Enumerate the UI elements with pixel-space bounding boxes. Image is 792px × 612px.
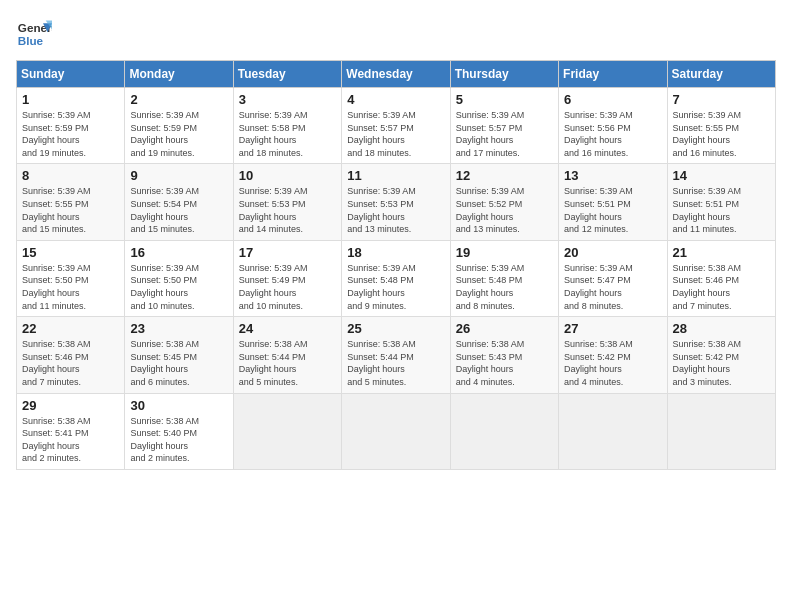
calendar-week-4: 29Sunrise: 5:38 AMSunset: 5:41 PMDayligh… <box>17 393 776 469</box>
calendar-week-0: 1Sunrise: 5:39 AMSunset: 5:59 PMDaylight… <box>17 88 776 164</box>
calendar-day-23: 23Sunrise: 5:38 AMSunset: 5:45 PMDayligh… <box>125 317 233 393</box>
calendar-table: SundayMondayTuesdayWednesdayThursdayFrid… <box>16 60 776 470</box>
calendar-day-5: 5Sunrise: 5:39 AMSunset: 5:57 PMDaylight… <box>450 88 558 164</box>
logo-icon: General Blue <box>16 16 52 52</box>
page-header: General Blue <box>16 16 776 52</box>
calendar-day-3: 3Sunrise: 5:39 AMSunset: 5:58 PMDaylight… <box>233 88 341 164</box>
calendar-header-monday: Monday <box>125 61 233 88</box>
calendar-day-empty <box>559 393 667 469</box>
calendar-header-friday: Friday <box>559 61 667 88</box>
calendar-day-empty <box>233 393 341 469</box>
calendar-day-14: 14Sunrise: 5:39 AMSunset: 5:51 PMDayligh… <box>667 164 775 240</box>
calendar-day-10: 10Sunrise: 5:39 AMSunset: 5:53 PMDayligh… <box>233 164 341 240</box>
calendar-day-26: 26Sunrise: 5:38 AMSunset: 5:43 PMDayligh… <box>450 317 558 393</box>
calendar-day-6: 6Sunrise: 5:39 AMSunset: 5:56 PMDaylight… <box>559 88 667 164</box>
calendar-header-row: SundayMondayTuesdayWednesdayThursdayFrid… <box>17 61 776 88</box>
calendar-day-1: 1Sunrise: 5:39 AMSunset: 5:59 PMDaylight… <box>17 88 125 164</box>
calendar-day-4: 4Sunrise: 5:39 AMSunset: 5:57 PMDaylight… <box>342 88 450 164</box>
calendar-week-2: 15Sunrise: 5:39 AMSunset: 5:50 PMDayligh… <box>17 240 776 316</box>
calendar-day-9: 9Sunrise: 5:39 AMSunset: 5:54 PMDaylight… <box>125 164 233 240</box>
calendar-day-28: 28Sunrise: 5:38 AMSunset: 5:42 PMDayligh… <box>667 317 775 393</box>
calendar-header-thursday: Thursday <box>450 61 558 88</box>
calendar-day-11: 11Sunrise: 5:39 AMSunset: 5:53 PMDayligh… <box>342 164 450 240</box>
calendar-day-empty <box>450 393 558 469</box>
calendar-day-30: 30Sunrise: 5:38 AMSunset: 5:40 PMDayligh… <box>125 393 233 469</box>
calendar-day-2: 2Sunrise: 5:39 AMSunset: 5:59 PMDaylight… <box>125 88 233 164</box>
calendar-day-7: 7Sunrise: 5:39 AMSunset: 5:55 PMDaylight… <box>667 88 775 164</box>
calendar-day-empty <box>342 393 450 469</box>
calendar-header-tuesday: Tuesday <box>233 61 341 88</box>
svg-text:Blue: Blue <box>18 34 44 47</box>
calendar-day-12: 12Sunrise: 5:39 AMSunset: 5:52 PMDayligh… <box>450 164 558 240</box>
calendar-day-24: 24Sunrise: 5:38 AMSunset: 5:44 PMDayligh… <box>233 317 341 393</box>
calendar-header-wednesday: Wednesday <box>342 61 450 88</box>
calendar-day-13: 13Sunrise: 5:39 AMSunset: 5:51 PMDayligh… <box>559 164 667 240</box>
logo: General Blue <box>16 16 52 52</box>
calendar-day-16: 16Sunrise: 5:39 AMSunset: 5:50 PMDayligh… <box>125 240 233 316</box>
calendar-header-sunday: Sunday <box>17 61 125 88</box>
calendar-day-20: 20Sunrise: 5:39 AMSunset: 5:47 PMDayligh… <box>559 240 667 316</box>
calendar-day-29: 29Sunrise: 5:38 AMSunset: 5:41 PMDayligh… <box>17 393 125 469</box>
calendar-day-21: 21Sunrise: 5:38 AMSunset: 5:46 PMDayligh… <box>667 240 775 316</box>
calendar-day-19: 19Sunrise: 5:39 AMSunset: 5:48 PMDayligh… <box>450 240 558 316</box>
calendar-day-15: 15Sunrise: 5:39 AMSunset: 5:50 PMDayligh… <box>17 240 125 316</box>
calendar-day-25: 25Sunrise: 5:38 AMSunset: 5:44 PMDayligh… <box>342 317 450 393</box>
calendar-day-27: 27Sunrise: 5:38 AMSunset: 5:42 PMDayligh… <box>559 317 667 393</box>
calendar-day-8: 8Sunrise: 5:39 AMSunset: 5:55 PMDaylight… <box>17 164 125 240</box>
calendar-week-1: 8Sunrise: 5:39 AMSunset: 5:55 PMDaylight… <box>17 164 776 240</box>
calendar-day-17: 17Sunrise: 5:39 AMSunset: 5:49 PMDayligh… <box>233 240 341 316</box>
calendar-day-22: 22Sunrise: 5:38 AMSunset: 5:46 PMDayligh… <box>17 317 125 393</box>
calendar-day-empty <box>667 393 775 469</box>
calendar-week-3: 22Sunrise: 5:38 AMSunset: 5:46 PMDayligh… <box>17 317 776 393</box>
calendar-header-saturday: Saturday <box>667 61 775 88</box>
calendar-day-18: 18Sunrise: 5:39 AMSunset: 5:48 PMDayligh… <box>342 240 450 316</box>
